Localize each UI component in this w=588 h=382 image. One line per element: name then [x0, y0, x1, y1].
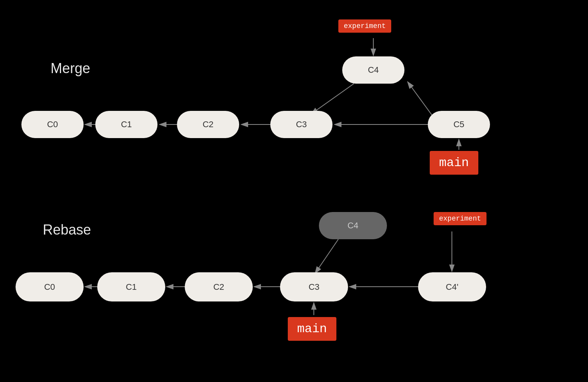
merge-c1-node: C1 — [95, 111, 158, 138]
rebase-experiment-label: experiment — [434, 212, 486, 225]
merge-main-label: main — [430, 151, 478, 175]
merge-experiment-label: experiment — [338, 19, 391, 33]
svg-line-4 — [311, 84, 354, 114]
rebase-main-label: main — [288, 317, 336, 341]
diagram-container: Merge C0 C1 C2 C3 C4 C5 experiment main … — [0, 0, 588, 382]
merge-c3-node: C3 — [270, 111, 332, 138]
merge-label: Merge — [51, 60, 90, 77]
rebase-c4-dark-node: C4 — [319, 212, 387, 239]
svg-line-13 — [315, 239, 338, 273]
merge-c5-node: C5 — [428, 111, 490, 138]
rebase-c0-node: C0 — [16, 272, 84, 301]
merge-c4-node: C4 — [342, 56, 404, 84]
rebase-c3-node: C3 — [280, 272, 348, 301]
svg-line-6 — [408, 82, 432, 115]
rebase-c2-node: C2 — [185, 272, 253, 301]
rebase-c1-node: C1 — [97, 272, 165, 301]
merge-c0-node: C0 — [21, 111, 84, 138]
rebase-c4prime-node: C4' — [418, 272, 486, 301]
rebase-label: Rebase — [43, 222, 91, 238]
merge-c2-node: C2 — [177, 111, 239, 138]
